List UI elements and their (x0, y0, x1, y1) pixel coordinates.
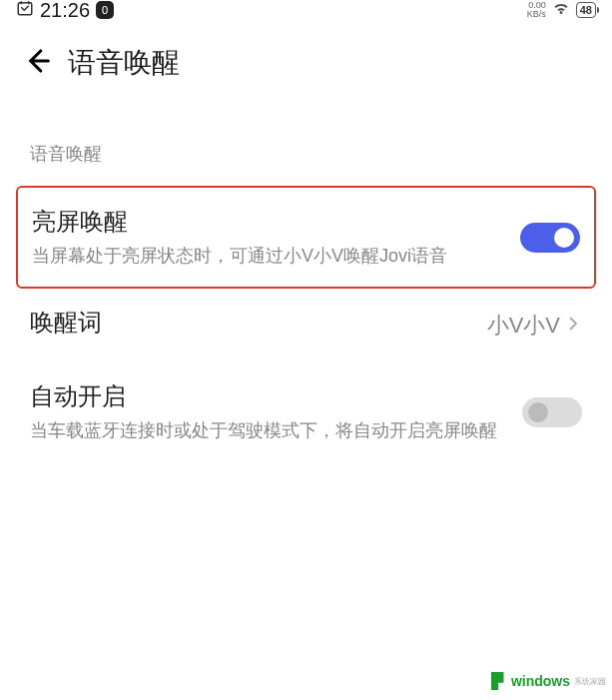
calendar-icon (16, 0, 34, 22)
toggle-knob (528, 402, 548, 422)
toggle-knob (554, 228, 574, 248)
watermark-icon (491, 672, 509, 690)
screen-wake-toggle[interactable] (520, 223, 580, 253)
back-icon[interactable] (22, 46, 52, 80)
setting-value: 小V小V (487, 311, 582, 341)
setting-wake-word[interactable]: 唤醒词 小V小V (0, 289, 612, 362)
setting-screen-wake[interactable]: 亮屏唤醒 当屏幕处于亮屏状态时，可通过小V小V唤醒Jovi语音 (16, 186, 596, 289)
setting-desc: 当车载蓝牙连接时或处于驾驶模式下，将自动开启亮屏唤醒 (30, 418, 502, 443)
network-speed: 0.00 KB/s (527, 1, 546, 19)
watermark-brand: windows (511, 673, 570, 689)
status-right: 0.00 KB/s 48 (527, 0, 596, 22)
setting-auto-on[interactable]: 自动开启 当车载蓝牙连接时或处于驾驶模式下，将自动开启亮屏唤醒 (0, 362, 612, 461)
chevron-right-icon (564, 313, 582, 339)
content: 语音唤醒 亮屏唤醒 当屏幕处于亮屏状态时，可通过小V小V唤醒Jovi语音 唤醒词… (0, 94, 612, 461)
status-bar: 21:26 0 0.00 KB/s 48 (0, 0, 612, 20)
page-title: 语音唤醒 (68, 44, 180, 82)
setting-title: 亮屏唤醒 (32, 206, 500, 238)
wifi-icon (552, 0, 570, 22)
wake-word-value: 小V小V (487, 311, 560, 341)
status-left: 21:26 0 (16, 0, 114, 22)
status-time: 21:26 (40, 0, 90, 22)
watermark-sub: 系统家园 (574, 676, 606, 687)
setting-text: 自动开启 当车载蓝牙连接时或处于驾驶模式下，将自动开启亮屏唤醒 (30, 380, 502, 443)
setting-text: 亮屏唤醒 当屏幕处于亮屏状态时，可通过小V小V唤醒Jovi语音 (32, 206, 500, 269)
battery-icon: 48 (576, 2, 596, 18)
watermark: windows 系统家园 (491, 672, 606, 690)
notification-badge-icon: 0 (96, 1, 114, 19)
auto-on-toggle[interactable] (522, 397, 582, 427)
setting-text: 唤醒词 (30, 307, 467, 345)
nav-header: 语音唤醒 (0, 20, 612, 94)
section-label: 语音唤醒 (0, 142, 612, 186)
setting-title: 自动开启 (30, 380, 502, 412)
setting-title: 唤醒词 (30, 307, 467, 339)
setting-desc: 当屏幕处于亮屏状态时，可通过小V小V唤醒Jovi语音 (32, 244, 500, 269)
